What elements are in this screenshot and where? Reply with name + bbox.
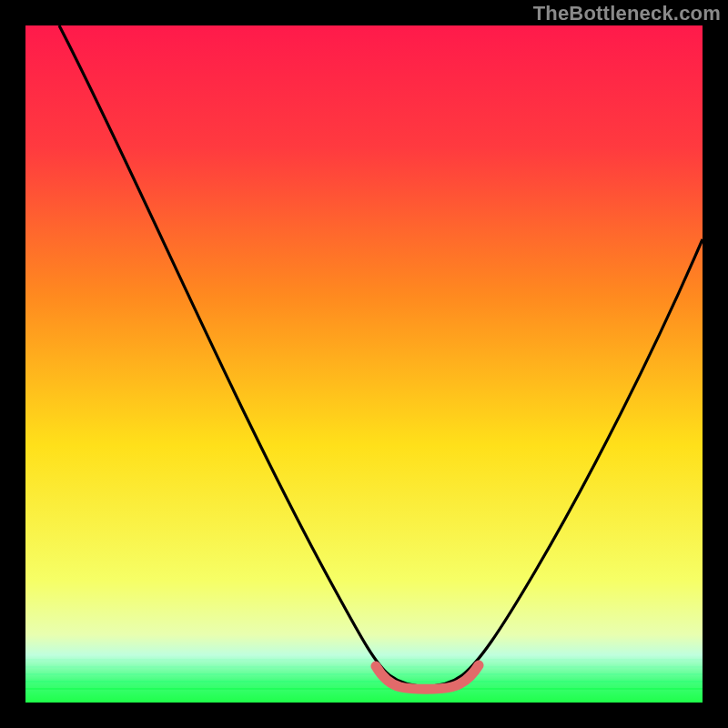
green-stripe bbox=[25, 673, 703, 675]
green-stripe bbox=[25, 659, 703, 661]
green-stripe bbox=[25, 666, 703, 668]
gradient-background bbox=[25, 25, 703, 703]
chart-plot-area bbox=[25, 25, 703, 703]
chart-svg bbox=[25, 25, 703, 703]
chart-frame: TheBottleneck.com bbox=[0, 0, 728, 728]
watermark-text: TheBottleneck.com bbox=[533, 2, 721, 25]
green-stripe bbox=[25, 681, 703, 682]
green-stripe bbox=[25, 688, 703, 690]
